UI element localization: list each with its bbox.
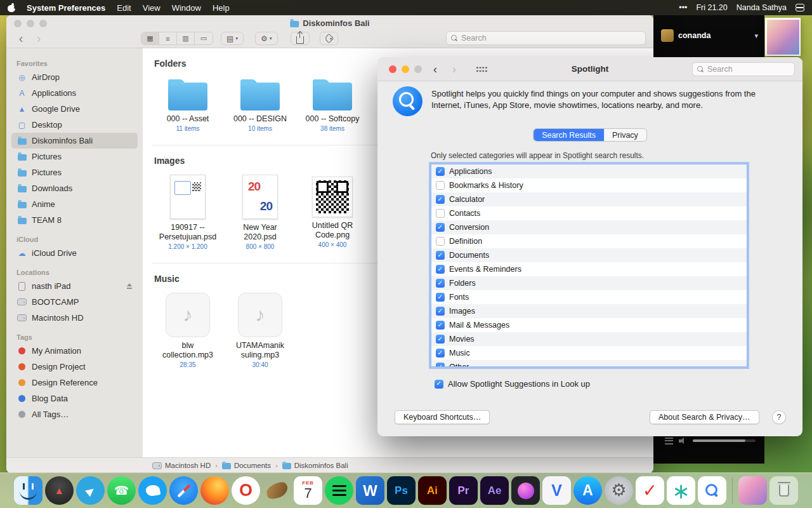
category-row-conversion[interactable]: Conversion [431,220,747,234]
category-row-movies[interactable]: Movies [431,332,747,346]
menu-view[interactable]: View [143,3,160,13]
sidebar-item-design-project[interactable]: Design Project [11,359,138,375]
dock-icon-v-app[interactable]: V [542,476,571,505]
menu-app-name[interactable]: System Preferences [27,3,105,13]
file-item-utamamanik-suling-mp3[interactable]: ♪UTAMAmanik suling.mp330:40 [224,285,296,368]
forward-button[interactable]: › [30,31,47,45]
zoom-button[interactable] [39,20,47,27]
category-checkbox[interactable] [436,251,445,260]
dock-icon-firefox[interactable] [200,476,229,505]
menu-help[interactable]: Help [213,3,230,13]
category-checkbox[interactable] [436,265,445,274]
close-button[interactable] [14,20,22,27]
dock-icon-after-effects[interactable]: Ae [480,476,509,505]
category-row-other[interactable]: Other [431,360,747,367]
dock-icon-launchpad[interactable]: ▲ [45,476,74,505]
minimize-button[interactable] [402,65,409,73]
dock-icon-finder[interactable] [14,476,43,505]
help-button[interactable]: ? [772,410,786,424]
category-checkbox[interactable] [436,195,445,204]
category-checkbox[interactable] [436,363,445,367]
dock-icon-app-store[interactable]: A [573,476,602,505]
finder-search-field[interactable] [446,31,646,45]
sidebar-item-pictures[interactable]: Pictures [11,164,138,180]
category-checkbox[interactable] [436,167,445,176]
sidebar-item-airdrop[interactable]: ◎AirDrop [11,69,138,85]
file-item-000-asset[interactable]: 000 -- Asset11 items [152,70,224,132]
allow-suggestions-row[interactable]: Allow Spotlight Suggestions in Look up [435,379,590,389]
menu-user[interactable]: Nanda Sathya [737,3,787,12]
category-checkbox[interactable] [436,293,445,302]
close-button[interactable] [389,65,396,73]
minimize-button[interactable] [27,20,34,27]
sidebar-item-design-reference[interactable]: Design Reference [11,375,138,391]
sidebar-item-desktop[interactable]: ▢Desktop [11,117,138,133]
apple-menu-icon[interactable] [8,3,15,12]
sidebar-item-downloads[interactable]: Downloads [11,180,138,196]
back-button[interactable]: ‹ [13,31,29,45]
file-item-blw-collection-mp3[interactable]: ♪blw collection.mp328:35 [152,285,224,368]
forward-button[interactable]: › [446,62,462,76]
group-menu-button[interactable]: ▤ ▾ [221,32,244,45]
category-row-calculator[interactable]: Calculator [431,192,747,206]
sidebar-item-anime[interactable]: Anime [11,196,138,212]
about-search-privacy-button[interactable]: About Search & Privacy… [650,410,759,424]
sidebar-item-nasth-ipad[interactable]: nasth iPad [11,278,138,294]
dock-icon-final-cut-pro[interactable] [511,476,540,505]
category-row-images[interactable]: Images [431,304,747,318]
eject-icon[interactable] [126,283,133,289]
dock-icon-trash[interactable] [769,476,798,505]
path-item-macintosh-hd[interactable]: Macintosh HD [152,462,211,469]
file-item-untitled-qr-code-png[interactable]: Untitled QR Code.png400 × 400 [296,167,369,250]
tab-privacy[interactable]: Privacy [604,129,646,141]
column-view-button[interactable]: ▥ [177,32,195,44]
category-row-definition[interactable]: Definition [431,234,747,248]
icon-view-button[interactable]: ▦ [141,32,159,44]
zoom-button[interactable] [414,65,422,73]
sidebar-item-applications[interactable]: AApplications [11,85,138,101]
dock-icon-opera[interactable]: O [232,476,260,505]
volume-slider[interactable] [693,439,756,442]
tags-button[interactable] [320,32,338,45]
category-row-music[interactable]: Music [431,346,747,360]
share-button[interactable] [291,32,310,45]
sidebar-item-blog-data[interactable]: Blog Data [11,391,138,406]
dock-icon-whatsapp[interactable]: ☎ [107,476,136,505]
dock-icon-eagle-app[interactable] [263,476,291,505]
show-all-button[interactable] [471,62,492,76]
menu-window[interactable]: Window [172,3,201,13]
dock-icon-magnifier-app[interactable] [698,476,726,505]
gallery-view-button[interactable]: ▭ [195,32,213,44]
sidebar-item-bootcamp[interactable]: BOOTCAMP [11,294,138,310]
action-menu-button[interactable]: ⚙ ▾ [255,32,278,45]
keyboard-shortcuts-button[interactable]: Keyboard Shortcuts… [395,410,490,424]
file-item-190917-persetujuan-psd[interactable]: 190917 -- Persetujuan.psd1.200 × 1.200 [152,167,224,250]
dock-icon-photoshop[interactable]: Ps [387,476,416,505]
sidebar-item-google-drive[interactable]: ▲Google Drive [11,101,138,117]
dock-icon-calendar[interactable]: FEB7 [294,476,322,505]
category-checkbox[interactable] [436,181,445,190]
category-row-contacts[interactable]: Contacts [431,206,747,220]
file-item-000-design[interactable]: 000 -- DESIGN10 items [224,70,296,132]
dock-icon-system-preferences[interactable]: ⚙ [605,476,633,505]
category-checkbox[interactable] [436,209,445,218]
path-item-diskominfos-bali[interactable]: Diskominfos Bali [282,462,348,469]
queue-icon[interactable] [665,438,673,444]
category-row-documents[interactable]: Documents [431,248,747,262]
status-dots-icon[interactable]: ••• [679,3,687,12]
photo-preview-window[interactable] [765,18,801,56]
dock-icon-picture-file[interactable] [738,476,767,505]
dock-icon-premiere-pro[interactable]: Pr [449,476,478,505]
preferences-search-field[interactable] [692,62,795,76]
dock-icon-word[interactable]: W [356,476,384,505]
list-view-button[interactable]: ≡ [159,32,177,44]
file-item-new-year-2020-psd[interactable]: 2020New Year 2020.psd800 × 800 [224,167,296,250]
speaker-icon[interactable] [679,437,687,444]
sidebar-item-diskominfos-bali[interactable]: Diskominfos Bali [11,133,138,149]
category-checkbox[interactable] [436,223,445,232]
sidebar-item-team-8[interactable]: TEAM 8 [11,212,138,228]
path-item-documents[interactable]: Documents [222,462,271,469]
dock-icon-mind-app[interactable]: ∗ [667,476,695,505]
control-center-icon[interactable] [796,4,804,11]
tab-search-results[interactable]: Search Results [534,129,604,141]
